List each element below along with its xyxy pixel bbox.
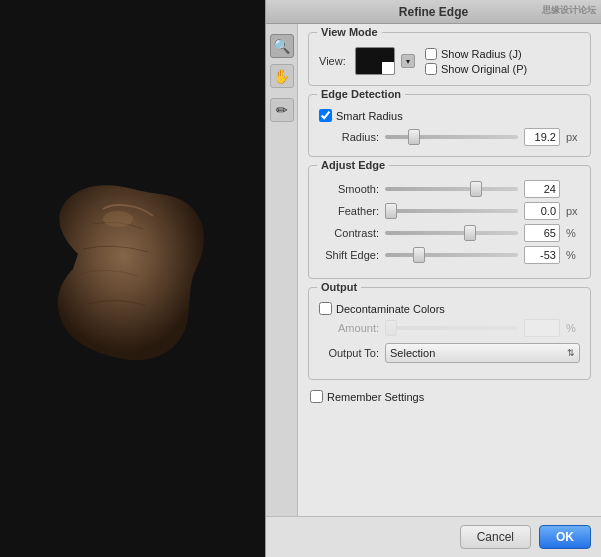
decontaminate-row: Decontaminate Colors [319,302,580,315]
refine-edge-dialog: Refine Edge 思缘设计论坛 🔍 ✋ ✏ View Mode View: [265,0,601,557]
show-original-checkbox[interactable] [425,63,437,75]
view-checkboxes: Show Radius (J) Show Original (P) [425,48,527,75]
svg-point-0 [103,211,133,227]
button-row: Cancel OK [266,516,601,557]
dialog-titlebar: Refine Edge 思缘设计论坛 [266,0,601,24]
ok-button[interactable]: OK [539,525,591,549]
amount-slider[interactable] [385,326,518,330]
amount-label: Amount: [319,322,379,334]
rock-image [38,174,228,384]
output-to-label: Output To: [319,347,379,359]
smooth-input[interactable] [524,180,560,198]
radius-slider[interactable] [385,135,518,139]
tools-column: 🔍 ✋ ✏ [266,24,298,516]
radius-input[interactable] [524,128,560,146]
feather-slider[interactable] [385,209,518,213]
smart-radius-checkbox[interactable] [319,109,332,122]
content-column: View Mode View: ▾ Show Radius (J) Show O… [298,24,601,516]
amount-row: Amount: % [319,319,580,337]
output-to-value: Selection [390,347,435,359]
amount-slider-container [385,321,518,335]
smooth-slider-container [385,182,518,196]
show-radius-label: Show Radius (J) [441,48,522,60]
view-dropdown-arrow[interactable]: ▾ [401,54,415,68]
view-mode-row: View: ▾ Show Radius (J) Show Original (P… [319,47,580,75]
shift-edge-slider[interactable] [385,253,518,257]
dialog-title: Refine Edge [399,5,468,19]
remember-settings-row: Remember Settings [308,390,591,403]
smooth-row: Smooth: [319,180,580,198]
shift-edge-label: Shift Edge: [319,249,379,261]
decontaminate-checkbox[interactable] [319,302,332,315]
contrast-unit: % [566,227,580,239]
output-section: Output Decontaminate Colors Amount: % [308,287,591,380]
radius-slider-container [385,130,518,144]
shift-edge-input[interactable] [524,246,560,264]
brush-tool-button[interactable]: ✏ [270,98,294,122]
brush-icon: ✏ [276,102,288,118]
output-title: Output [317,281,361,293]
show-original-label: Show Original (P) [441,63,527,75]
hand-icon: ✋ [273,68,290,84]
watermark: 思缘设计论坛 [542,4,596,17]
zoom-icon: 🔍 [273,38,290,54]
view-mode-section: View Mode View: ▾ Show Radius (J) Show O… [308,32,591,86]
amount-unit: % [566,322,580,334]
output-to-row: Output To: Selection ⇅ [319,343,580,363]
canvas-area [0,0,265,557]
zoom-tool-button[interactable]: 🔍 [270,34,294,58]
contrast-slider-container [385,226,518,240]
hand-tool-button[interactable]: ✋ [270,64,294,88]
contrast-label: Contrast: [319,227,379,239]
radius-unit: px [566,131,580,143]
output-content: Decontaminate Colors Amount: % Output To… [319,302,580,363]
view-mode-title: View Mode [317,26,382,38]
radius-label: Radius: [319,131,379,143]
select-arrow-icon: ⇅ [567,348,575,358]
feather-row: Feather: px [319,202,580,220]
shift-edge-slider-container [385,248,518,262]
output-to-select[interactable]: Selection ⇅ [385,343,580,363]
smooth-label: Smooth: [319,183,379,195]
edge-detection-title: Edge Detection [317,88,405,100]
contrast-input[interactable] [524,224,560,242]
show-original-row[interactable]: Show Original (P) [425,63,527,75]
adjust-edge-title: Adjust Edge [317,159,389,171]
adjust-edge-content: Smooth: Feather: px [319,180,580,264]
edge-detection-section: Edge Detection Smart Radius Radius: px [308,94,591,157]
smooth-slider[interactable] [385,187,518,191]
smart-radius-row: Smart Radius [319,109,580,122]
feather-label: Feather: [319,205,379,217]
view-thumbnail[interactable] [355,47,395,75]
amount-input[interactable] [524,319,560,337]
feather-unit: px [566,205,580,217]
view-label: View: [319,55,349,67]
remember-settings-checkbox[interactable] [310,390,323,403]
contrast-slider[interactable] [385,231,518,235]
smart-radius-label: Smart Radius [336,110,403,122]
shift-edge-unit: % [566,249,580,261]
cancel-button[interactable]: Cancel [460,525,531,549]
show-radius-checkbox[interactable] [425,48,437,60]
edge-detection-content: Smart Radius Radius: px [319,109,580,146]
feather-slider-container [385,204,518,218]
contrast-row: Contrast: % [319,224,580,242]
dialog-body: 🔍 ✋ ✏ View Mode View: ▾ [266,24,601,516]
radius-row: Radius: px [319,128,580,146]
remember-settings-label: Remember Settings [327,391,424,403]
feather-input[interactable] [524,202,560,220]
show-radius-row[interactable]: Show Radius (J) [425,48,527,60]
shift-edge-row: Shift Edge: % [319,246,580,264]
adjust-edge-section: Adjust Edge Smooth: Feather: [308,165,591,279]
decontaminate-label: Decontaminate Colors [336,303,445,315]
